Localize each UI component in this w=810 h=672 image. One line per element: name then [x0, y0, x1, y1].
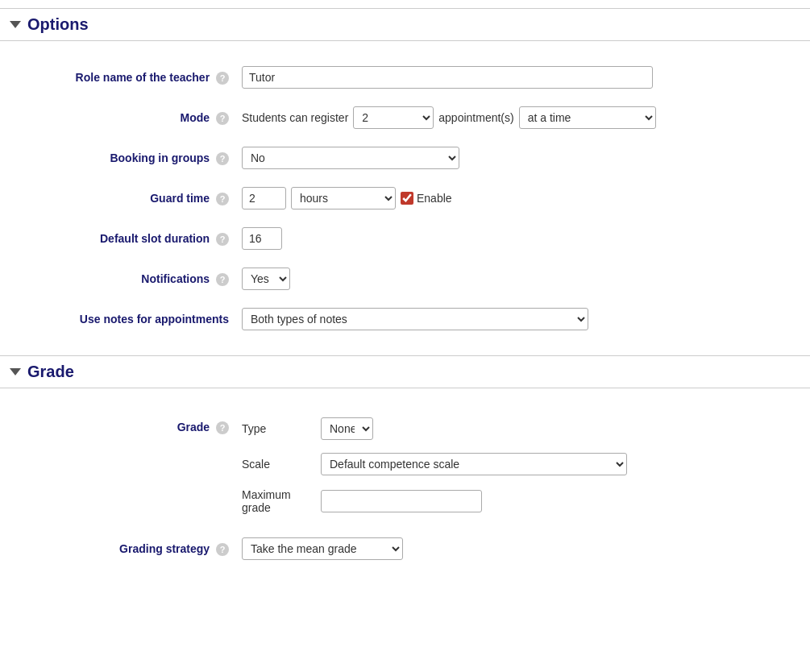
- options-section-header: Options: [0, 8, 810, 41]
- booking-groups-label: Booking in groups ?: [16, 151, 242, 165]
- grade-scale-row: Scale Default competence scale Other sca…: [242, 453, 627, 475]
- mode-label: Mode ?: [16, 111, 242, 125]
- grade-scale-label: Scale: [242, 458, 314, 471]
- guard-time-help-icon[interactable]: ?: [216, 193, 229, 205]
- grade-scale-select[interactable]: Default competence scale Other scale: [321, 453, 627, 475]
- slot-duration-controls: [242, 227, 282, 250]
- grade-controls-stack: Type None Point Scale Scale Default comp…: [242, 417, 627, 521]
- use-notes-controls: Both types of notes Student notes only T…: [242, 308, 588, 330]
- booking-groups-controls: No Yes: [242, 147, 459, 169]
- grade-help-icon[interactable]: ?: [216, 421, 229, 434]
- mode-register-select[interactable]: 1 2 3 4 5: [353, 106, 434, 129]
- mode-controls: Students can register 1 2 3 4 5 appointm…: [242, 106, 656, 129]
- guard-time-enable-label: Enable: [417, 192, 452, 205]
- notifications-row: Notifications ? Yes No: [0, 259, 810, 299]
- guard-time-number-input[interactable]: [242, 187, 286, 209]
- slot-duration-label: Default slot duration ?: [16, 232, 242, 246]
- role-name-help-icon[interactable]: ?: [216, 72, 229, 85]
- mode-at-time-select[interactable]: at a time per day per week: [519, 106, 656, 129]
- notifications-help-icon[interactable]: ?: [216, 273, 229, 286]
- grade-type-select[interactable]: None Point Scale: [321, 417, 373, 440]
- grading-strategy-row: Grading strategy ? Take the mean grade T…: [0, 529, 810, 569]
- grade-max-input: [321, 490, 482, 512]
- grade-title: Grade: [27, 363, 74, 381]
- role-name-row: Role name of the teacher ?: [0, 57, 810, 97]
- guard-time-unit-select[interactable]: minutes hours: [291, 187, 396, 209]
- options-form-section: Role name of the teacher ? Mode ? Studen…: [0, 49, 810, 355]
- grade-section-header: Grade: [0, 355, 810, 388]
- mode-prefix-text: Students can register: [242, 111, 348, 124]
- role-name-controls: [242, 66, 653, 89]
- grading-strategy-select[interactable]: Take the mean grade Take the highest gra…: [242, 537, 403, 560]
- grade-row: Grade ? Type None Point Scale Scale Defa…: [0, 404, 810, 529]
- guard-time-label: Guard time ?: [16, 192, 242, 205]
- slot-duration-help-icon[interactable]: ?: [216, 233, 229, 246]
- use-notes-label: Use notes for appointments: [16, 313, 242, 326]
- role-name-input[interactable]: [242, 66, 653, 89]
- slot-duration-row: Default slot duration ?: [0, 218, 810, 259]
- notifications-label: Notifications ?: [16, 272, 242, 286]
- grading-strategy-help-icon[interactable]: ?: [216, 543, 229, 556]
- grade-toggle[interactable]: [10, 368, 21, 375]
- options-toggle[interactable]: [10, 21, 21, 28]
- slot-duration-input[interactable]: [242, 227, 282, 250]
- mode-suffix-text: appointment(s): [438, 111, 513, 124]
- grade-max-label: Maximum grade: [242, 488, 314, 514]
- mode-row: Mode ? Students can register 1 2 3 4 5 a…: [0, 97, 810, 138]
- grade-type-label: Type: [242, 422, 314, 435]
- grade-form-section: Grade ? Type None Point Scale Scale Defa…: [0, 396, 810, 585]
- use-notes-row: Use notes for appointments Both types of…: [0, 299, 810, 339]
- guard-time-controls: minutes hours Enable: [242, 187, 452, 209]
- guard-time-enable-checkbox[interactable]: [401, 192, 413, 205]
- mode-help-icon[interactable]: ?: [216, 112, 229, 125]
- grade-type-row: Type None Point Scale: [242, 417, 627, 440]
- grade-label: Grade ?: [16, 417, 242, 434]
- booking-groups-row: Booking in groups ? No Yes: [0, 138, 810, 178]
- guard-time-enable-group: Enable: [401, 192, 452, 205]
- grade-max-row: Maximum grade: [242, 488, 627, 514]
- grading-strategy-label: Grading strategy ?: [16, 542, 242, 556]
- booking-groups-select[interactable]: No Yes: [242, 147, 459, 169]
- notifications-select[interactable]: Yes No: [242, 268, 290, 290]
- page-wrapper: Options Role name of the teacher ? Mode …: [0, 0, 810, 672]
- grading-strategy-controls: Take the mean grade Take the highest gra…: [242, 537, 403, 560]
- options-title: Options: [27, 15, 89, 34]
- booking-groups-help-icon[interactable]: ?: [216, 152, 229, 165]
- use-notes-select[interactable]: Both types of notes Student notes only T…: [242, 308, 588, 330]
- notifications-controls: Yes No: [242, 268, 290, 290]
- role-name-label: Role name of the teacher ?: [16, 71, 242, 85]
- guard-time-row: Guard time ? minutes hours Enable: [0, 178, 810, 218]
